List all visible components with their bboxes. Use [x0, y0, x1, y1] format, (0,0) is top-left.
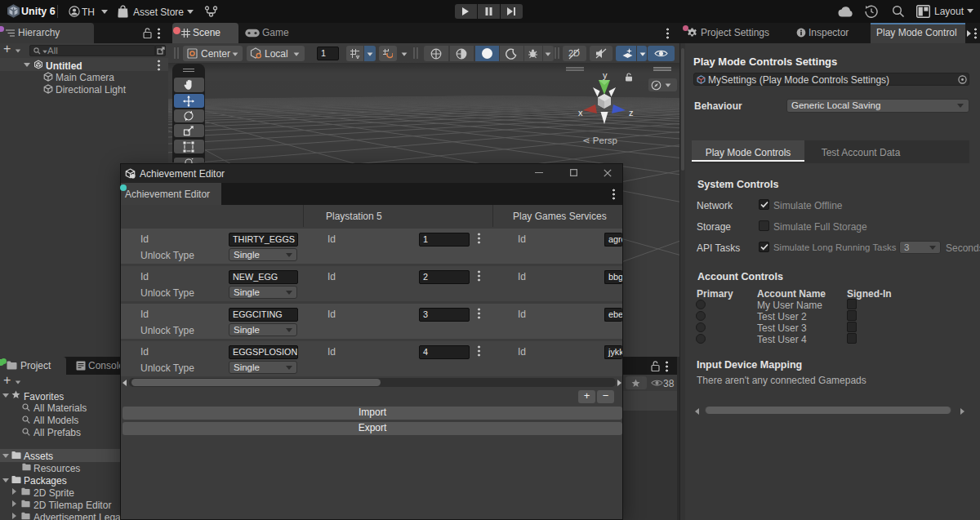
svg-text:z: z	[629, 108, 634, 118]
svg-text:y: y	[603, 70, 608, 80]
svg-text:x: x	[578, 108, 583, 118]
